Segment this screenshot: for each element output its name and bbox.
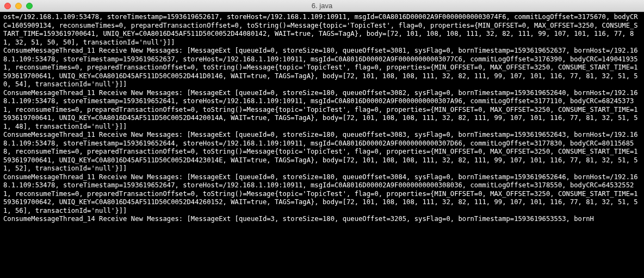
minimize-icon[interactable] — [15, 3, 22, 9]
window-title: 6. java — [4, 2, 640, 10]
traffic-lights — [4, 3, 33, 9]
terminal-window: 6. java ost=/192.168.1.109:53478, storeT… — [0, 0, 644, 278]
terminal-content[interactable]: ost=/192.168.1.109:53478, storeTimestamp… — [0, 12, 644, 278]
close-icon[interactable] — [4, 3, 11, 9]
maximize-icon[interactable] — [26, 3, 33, 9]
titlebar[interactable]: 6. java — [0, 0, 644, 12]
